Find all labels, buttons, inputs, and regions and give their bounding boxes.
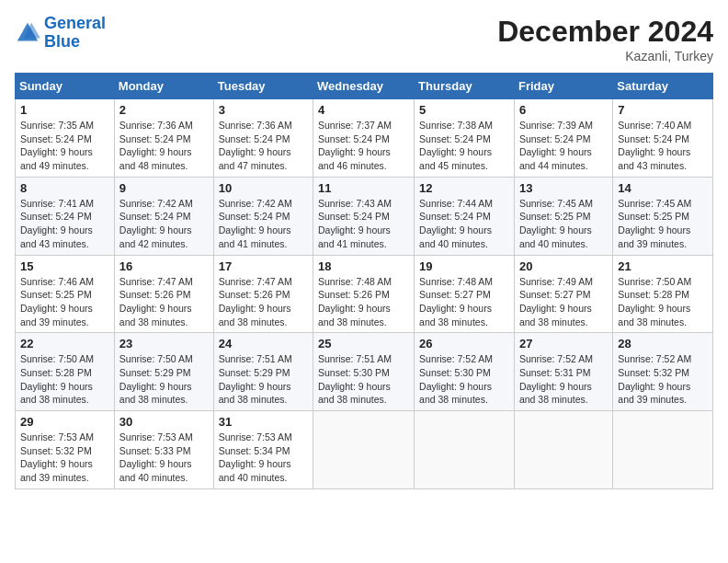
calendar-cell: 25 Sunrise: 7:51 AM Sunset: 5:30 PM Dayl… (313, 333, 415, 411)
calendar-cell: 23 Sunrise: 7:50 AM Sunset: 5:29 PM Dayl… (114, 333, 213, 411)
day-detail: Sunrise: 7:43 AM Sunset: 5:24 PM Dayligh… (318, 197, 409, 251)
calendar-cell: 19 Sunrise: 7:48 AM Sunset: 5:27 PM Dayl… (415, 255, 515, 333)
day-number: 30 (119, 415, 209, 429)
day-detail: Sunrise: 7:40 AM Sunset: 5:24 PM Dayligh… (618, 119, 708, 173)
day-detail: Sunrise: 7:45 AM Sunset: 5:25 PM Dayligh… (519, 197, 608, 251)
day-detail: Sunrise: 7:36 AM Sunset: 5:24 PM Dayligh… (219, 119, 308, 173)
calendar-cell: 8 Sunrise: 7:41 AM Sunset: 5:24 PM Dayli… (16, 177, 115, 255)
calendar-cell: 7 Sunrise: 7:40 AM Sunset: 5:24 PM Dayli… (613, 99, 713, 178)
calendar-cell: 31 Sunrise: 7:53 AM Sunset: 5:34 PM Dayl… (213, 411, 313, 489)
day-number: 14 (618, 181, 708, 195)
calendar-cell: 26 Sunrise: 7:52 AM Sunset: 5:30 PM Dayl… (415, 333, 515, 411)
page-header: General Blue December 2024 Kazanli, Turk… (15, 15, 713, 63)
day-number: 8 (20, 181, 109, 195)
calendar-cell: 21 Sunrise: 7:50 AM Sunset: 5:28 PM Dayl… (613, 255, 713, 333)
calendar-cell: 24 Sunrise: 7:51 AM Sunset: 5:29 PM Dayl… (213, 333, 313, 411)
day-detail: Sunrise: 7:44 AM Sunset: 5:24 PM Dayligh… (419, 197, 509, 251)
calendar-cell: 27 Sunrise: 7:52 AM Sunset: 5:31 PM Dayl… (514, 333, 612, 411)
day-number: 3 (219, 103, 308, 117)
day-number: 29 (20, 415, 109, 429)
calendar-cell: 18 Sunrise: 7:48 AM Sunset: 5:26 PM Dayl… (313, 255, 415, 333)
day-number: 31 (219, 415, 308, 429)
calendar-cell: 6 Sunrise: 7:39 AM Sunset: 5:24 PM Dayli… (514, 99, 612, 178)
day-detail: Sunrise: 7:50 AM Sunset: 5:28 PM Dayligh… (618, 275, 708, 329)
day-number: 27 (519, 337, 608, 350)
day-detail: Sunrise: 7:53 AM Sunset: 5:34 PM Dayligh… (219, 431, 308, 485)
calendar-cell: 30 Sunrise: 7:53 AM Sunset: 5:33 PM Dayl… (114, 411, 213, 489)
weekday-header-thursday: Thursday (415, 74, 515, 99)
day-detail: Sunrise: 7:39 AM Sunset: 5:24 PM Dayligh… (519, 119, 608, 173)
day-detail: Sunrise: 7:48 AM Sunset: 5:26 PM Dayligh… (318, 275, 409, 329)
day-number: 13 (519, 181, 608, 195)
day-detail: Sunrise: 7:52 AM Sunset: 5:32 PM Dayligh… (618, 352, 708, 407)
day-detail: Sunrise: 7:42 AM Sunset: 5:24 PM Dayligh… (119, 197, 209, 251)
calendar-cell: 5 Sunrise: 7:38 AM Sunset: 5:24 PM Dayli… (415, 99, 515, 178)
day-detail: Sunrise: 7:53 AM Sunset: 5:33 PM Dayligh… (119, 431, 209, 485)
day-number: 28 (618, 337, 708, 350)
day-detail: Sunrise: 7:42 AM Sunset: 5:24 PM Dayligh… (219, 197, 308, 251)
calendar-cell: 16 Sunrise: 7:47 AM Sunset: 5:26 PM Dayl… (114, 255, 213, 333)
day-detail: Sunrise: 7:47 AM Sunset: 5:26 PM Dayligh… (219, 275, 308, 329)
calendar-cell: 3 Sunrise: 7:36 AM Sunset: 5:24 PM Dayli… (213, 99, 313, 178)
day-detail: Sunrise: 7:47 AM Sunset: 5:26 PM Dayligh… (119, 275, 209, 329)
weekday-header-saturday: Saturday (613, 74, 713, 99)
calendar-cell: 29 Sunrise: 7:53 AM Sunset: 5:32 PM Dayl… (16, 411, 115, 489)
weekday-header-friday: Friday (514, 74, 612, 99)
day-detail: Sunrise: 7:46 AM Sunset: 5:25 PM Dayligh… (20, 275, 109, 329)
day-number: 17 (219, 259, 308, 273)
day-number: 7 (618, 103, 708, 117)
day-detail: Sunrise: 7:38 AM Sunset: 5:24 PM Dayligh… (419, 119, 509, 173)
day-detail: Sunrise: 7:53 AM Sunset: 5:32 PM Dayligh… (20, 431, 109, 485)
day-number: 16 (119, 259, 209, 273)
day-detail: Sunrise: 7:36 AM Sunset: 5:24 PM Dayligh… (119, 119, 209, 173)
calendar-cell (415, 411, 515, 489)
weekday-header-monday: Monday (114, 74, 213, 99)
day-detail: Sunrise: 7:52 AM Sunset: 5:30 PM Dayligh… (419, 352, 509, 407)
calendar-cell: 22 Sunrise: 7:50 AM Sunset: 5:28 PM Dayl… (16, 333, 115, 411)
day-number: 18 (318, 259, 409, 273)
calendar-cell: 20 Sunrise: 7:49 AM Sunset: 5:27 PM Dayl… (514, 255, 612, 333)
day-detail: Sunrise: 7:51 AM Sunset: 5:29 PM Dayligh… (219, 352, 308, 407)
calendar-cell: 14 Sunrise: 7:45 AM Sunset: 5:25 PM Dayl… (613, 177, 713, 255)
calendar-cell: 12 Sunrise: 7:44 AM Sunset: 5:24 PM Dayl… (415, 177, 515, 255)
day-detail: Sunrise: 7:35 AM Sunset: 5:24 PM Dayligh… (20, 119, 109, 173)
calendar-cell: 1 Sunrise: 7:35 AM Sunset: 5:24 PM Dayli… (16, 99, 115, 178)
day-number: 4 (318, 103, 409, 117)
day-detail: Sunrise: 7:41 AM Sunset: 5:24 PM Dayligh… (20, 197, 109, 251)
calendar-cell: 28 Sunrise: 7:52 AM Sunset: 5:32 PM Dayl… (613, 333, 713, 411)
day-number: 5 (419, 103, 509, 117)
day-number: 23 (119, 337, 209, 350)
day-detail: Sunrise: 7:49 AM Sunset: 5:27 PM Dayligh… (519, 275, 608, 329)
calendar-week-row: 8 Sunrise: 7:41 AM Sunset: 5:24 PM Dayli… (16, 177, 713, 255)
day-detail: Sunrise: 7:50 AM Sunset: 5:29 PM Dayligh… (119, 352, 209, 407)
calendar-cell: 4 Sunrise: 7:37 AM Sunset: 5:24 PM Dayli… (313, 99, 415, 178)
calendar-cell (613, 411, 713, 489)
calendar-cell: 10 Sunrise: 7:42 AM Sunset: 5:24 PM Dayl… (213, 177, 313, 255)
day-number: 22 (20, 337, 109, 350)
logo-text: General Blue (44, 15, 106, 52)
day-number: 2 (119, 103, 209, 117)
calendar-cell: 11 Sunrise: 7:43 AM Sunset: 5:24 PM Dayl… (313, 177, 415, 255)
month-title: December 2024 (497, 15, 713, 49)
day-detail: Sunrise: 7:51 AM Sunset: 5:30 PM Dayligh… (318, 352, 409, 407)
location: Kazanli, Turkey (497, 49, 713, 63)
calendar-cell: 15 Sunrise: 7:46 AM Sunset: 5:25 PM Dayl… (16, 255, 115, 333)
day-number: 20 (519, 259, 608, 273)
weekday-header-row: SundayMondayTuesdayWednesdayThursdayFrid… (16, 74, 713, 99)
calendar-cell: 2 Sunrise: 7:36 AM Sunset: 5:24 PM Dayli… (114, 99, 213, 178)
weekday-header-sunday: Sunday (16, 74, 115, 99)
logo-icon (15, 20, 40, 46)
day-number: 26 (419, 337, 509, 350)
day-number: 1 (20, 103, 109, 117)
day-number: 10 (219, 181, 308, 195)
weekday-header-wednesday: Wednesday (313, 74, 415, 99)
day-number: 15 (20, 259, 109, 273)
calendar-week-row: 15 Sunrise: 7:46 AM Sunset: 5:25 PM Dayl… (16, 255, 713, 333)
title-area: December 2024 Kazanli, Turkey (497, 15, 713, 63)
day-detail: Sunrise: 7:50 AM Sunset: 5:28 PM Dayligh… (20, 352, 109, 407)
calendar-week-row: 22 Sunrise: 7:50 AM Sunset: 5:28 PM Dayl… (16, 333, 713, 411)
calendar-cell (313, 411, 415, 489)
day-number: 9 (119, 181, 209, 195)
day-number: 12 (419, 181, 509, 195)
day-detail: Sunrise: 7:45 AM Sunset: 5:25 PM Dayligh… (618, 197, 708, 251)
